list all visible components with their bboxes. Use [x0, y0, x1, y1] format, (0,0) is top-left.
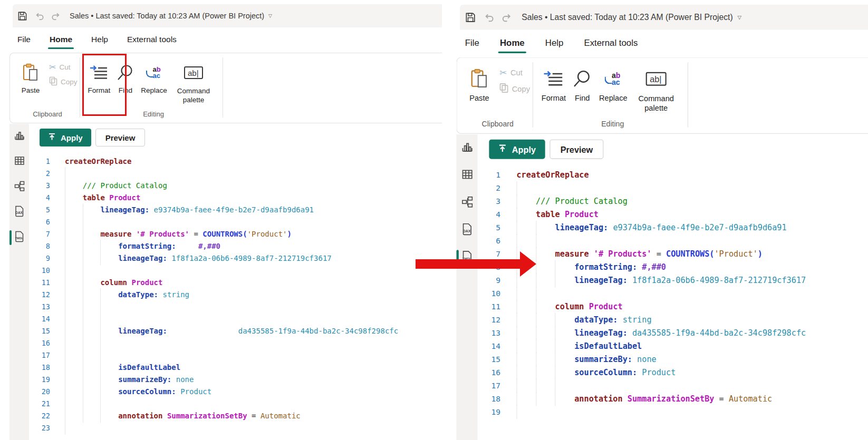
sidebar-item-tmdl-view[interactable]: TMDL	[9, 225, 29, 250]
dax-icon-label: DAX	[462, 229, 470, 233]
apply-label: Apply	[61, 133, 83, 142]
cut-icon: ✂	[499, 67, 507, 79]
copy-button[interactable]: Copy	[49, 76, 78, 87]
view-switcher: DAX TMDL	[457, 134, 478, 440]
before-screenshot: Sales • Last saved: Today at 10:23 AM (P…	[0, 0, 442, 440]
code-line: 22 annotation SummarizationSetBy = Autom…	[29, 410, 442, 422]
cut-button[interactable]: ✂ Cut	[499, 67, 530, 79]
report-view-icon	[14, 130, 25, 143]
command-palette-button[interactable]: ab| Commandpalette	[171, 58, 216, 104]
code-line: 21	[29, 398, 442, 410]
chevron-down-icon[interactable]: ▽	[737, 14, 741, 20]
code-line: 2	[29, 168, 442, 180]
tmdl-view-icon: TMDL	[13, 230, 26, 245]
clipboard-group: Paste ✂ Cut Copy	[457, 58, 533, 133]
title-bar: Sales • Last saved: Today at 10:23 AM (P…	[13, 4, 442, 27]
clipboard-group-label: Clipboard	[462, 120, 532, 133]
preview-button[interactable]: Preview	[549, 140, 604, 159]
redo-icon[interactable]	[501, 12, 513, 23]
sidebar-item-dax-query-view[interactable]: DAX	[457, 217, 478, 244]
clipboard-group: Paste ✂ Cut Copy	[10, 53, 80, 123]
preview-label: Preview	[105, 133, 136, 142]
undo-icon[interactable]	[483, 12, 494, 23]
command-palette-label-line2: palette	[183, 96, 205, 104]
save-icon[interactable]	[17, 11, 27, 21]
comparison-image: Sales • Last saved: Today at 10:23 AM (P…	[0, 0, 868, 440]
view-switcher: DAX TMDL	[9, 124, 29, 440]
tmdl-icon-label: TMDL	[15, 237, 23, 240]
format-label: Format	[542, 94, 566, 102]
svg-text:ab|: ab|	[650, 74, 661, 84]
paste-button[interactable]: Paste	[15, 58, 46, 94]
code-line: 17	[29, 349, 442, 361]
menu-home[interactable]: Home	[500, 38, 525, 48]
replace-button[interactable]: abac Replace	[137, 58, 171, 94]
apply-button[interactable]: Apply	[40, 129, 91, 146]
line-number: 14	[29, 313, 50, 325]
sidebar-item-dax-query-view[interactable]: DAX	[9, 200, 29, 225]
cut-button[interactable]: ✂ Cut	[49, 62, 78, 72]
line-number: 11	[29, 277, 50, 289]
sidebar-item-report-view[interactable]	[9, 124, 29, 149]
document-title: Sales • Last saved: Today at 10:23 AM (P…	[70, 12, 264, 20]
undo-icon[interactable]	[34, 11, 44, 21]
report-view-icon	[461, 141, 474, 155]
code-line: 2	[478, 182, 868, 195]
copy-button[interactable]: Copy	[499, 83, 530, 95]
cut-icon: ✂	[49, 62, 56, 72]
dax-icon-label: DAX	[15, 211, 23, 214]
code-line: 1createOrReplace	[29, 155, 442, 168]
line-number: 21	[29, 398, 50, 410]
redo-icon[interactable]	[51, 11, 61, 21]
line-number: 6	[478, 234, 500, 248]
replace-button[interactable]: abac Replace	[595, 63, 631, 102]
menu-external-tools[interactable]: External tools	[584, 38, 638, 48]
chevron-down-icon[interactable]: ▽	[268, 13, 272, 18]
format-highlight-box	[82, 54, 127, 116]
copy-icon	[499, 83, 508, 95]
menu-help[interactable]: Help	[91, 35, 108, 44]
sidebar-item-report-view[interactable]	[457, 134, 478, 162]
line-number: 4	[29, 192, 50, 204]
line-number: 15	[478, 353, 500, 366]
code-line: 9 lineageTag: 1f8f1a2a-06b6-4989-8af7-21…	[29, 252, 442, 265]
paste-button[interactable]: Paste	[462, 63, 496, 102]
preview-button[interactable]: Preview	[95, 129, 146, 146]
after-screenshot: Sales • Last saved: Today at 10:23 AM (P…	[446, 0, 868, 440]
code-line: 4 table Product	[29, 192, 442, 204]
menu-external-tools[interactable]: External tools	[127, 35, 177, 44]
line-number: 9	[29, 252, 50, 265]
command-palette-button[interactable]: ab| Commandpalette	[632, 63, 681, 113]
ribbon-group-divider	[688, 62, 688, 128]
line-number: 8	[29, 240, 50, 252]
find-button[interactable]: Find	[570, 63, 595, 102]
command-palette-icon: ab|	[644, 64, 667, 94]
app-window: Sales • Last saved: Today at 10:23 AM (P…	[0, 0, 442, 440]
menu-help[interactable]: Help	[545, 38, 564, 48]
ribbon: Paste ✂ Cut Copy	[9, 53, 442, 123]
code-editor[interactable]: 1createOrReplace23 /// Product Catalog4 …	[478, 169, 868, 440]
editing-group: Format Find abac Replace	[533, 58, 688, 133]
save-icon[interactable]	[465, 12, 476, 23]
code-line: 16 sourceColumn: Product	[478, 366, 868, 379]
code-line: 1createOrReplace	[478, 169, 868, 182]
menu-home[interactable]: Home	[50, 35, 72, 44]
line-number: 22	[29, 410, 50, 422]
sidebar-item-table-view[interactable]	[9, 149, 29, 174]
line-number: 5	[29, 204, 50, 216]
format-button[interactable]: Format	[538, 63, 570, 102]
clipboard-group-label: Clipboard	[15, 110, 80, 123]
code-editor[interactable]: 1createOrReplace23 /// Product Catalog4 …	[29, 155, 442, 440]
code-line: 10	[29, 265, 442, 277]
menu-file[interactable]: File	[465, 38, 479, 48]
code-line: 11 column Product	[478, 300, 868, 314]
code-line: 10	[478, 287, 868, 300]
cut-label: Cut	[510, 69, 523, 77]
menu-file[interactable]: File	[17, 35, 31, 44]
apply-button[interactable]: Apply	[489, 140, 545, 159]
replace-icon: abac	[606, 64, 620, 94]
sidebar-item-model-view[interactable]	[457, 189, 478, 217]
sidebar-item-table-view[interactable]	[457, 162, 478, 189]
sidebar-item-model-view[interactable]	[9, 174, 29, 200]
command-palette-icon: ab|	[183, 59, 204, 86]
